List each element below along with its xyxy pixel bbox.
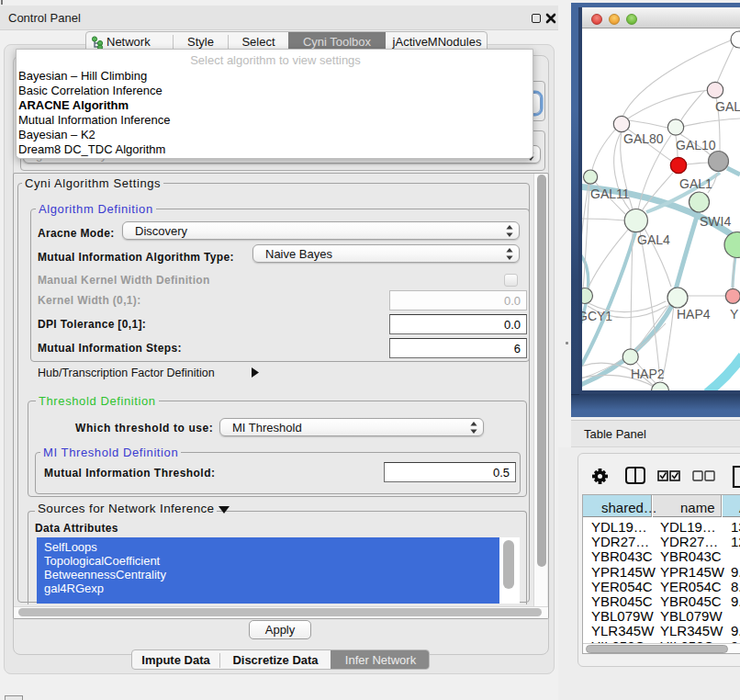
svg-text:HAP4: HAP4: [677, 307, 711, 322]
svg-text:HAP2: HAP2: [631, 367, 665, 381]
svg-text:GAL4: GAL4: [637, 232, 670, 247]
svg-text:GAL80: GAL80: [623, 131, 664, 146]
svg-text:Y: Y: [730, 307, 739, 322]
svg-text:GAL11: GAL11: [590, 186, 630, 201]
svg-text:GAL10: GAL10: [676, 138, 716, 152]
svg-text:GCY1: GCY1: [582, 309, 612, 323]
svg-text:SWI4: SWI4: [700, 214, 731, 229]
svg-text:GAL1: GAL1: [679, 176, 712, 191]
svg-text:GAL7: GAL7: [715, 99, 740, 114]
